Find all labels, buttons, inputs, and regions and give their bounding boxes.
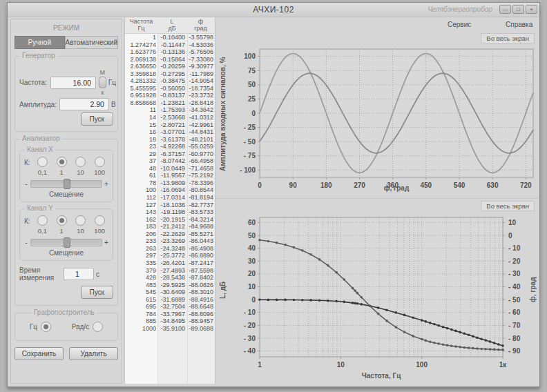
channel-x-gain-0.1-radio[interactable] [37,157,48,167]
svg-text:- 40: - 40 [508,283,521,291]
slider-thumb[interactable] [64,237,70,248]
amplitude-row: Амплитуда: В [19,98,113,110]
channel-x-gain-10-radio[interactable] [75,157,86,167]
table-row[interactable]: 297-25.3772-86.8890 [125,252,215,259]
table-row[interactable]: 206-22.2629-85.5271 [125,231,215,238]
menu-bar: Сервис Справка [215,17,538,31]
brand-text: Челябэнергоприбор [428,6,492,13]
table-row[interactable]: 233-23.3269-86.0443 [125,237,215,245]
plotter-hz-radio[interactable] [41,322,51,332]
table-row[interactable]: 1.274274-0.11447-4.53036 [125,41,215,49]
table-row[interactable]: 1-0.10400-3.55798 [125,34,215,41]
table-cell: -6.37157 [157,150,186,158]
generator-start-button[interactable]: Пуск [81,112,113,126]
channel-x-k-label: К: [24,159,30,166]
channel-x-gain-1-radio[interactable] [57,157,67,167]
delete-button[interactable]: Удалить [69,347,118,360]
table-row[interactable]: 61-11.9567-75.2192 [125,172,215,179]
table-row[interactable]: 2.069138-0.15864-7.33080 [125,56,215,63]
table-row[interactable]: 8.858668-1.23821-28.8418 [125,99,215,107]
channel-y-offset-slider[interactable] [30,239,102,246]
table-row[interactable]: 143-19.1198-83.5733 [125,208,215,216]
table-row[interactable]: 100-16.0694-80.8544 [125,186,215,194]
table-cell: -85.5271 [186,231,215,238]
table-row[interactable]: 127-18.1036-82.7737 [125,202,215,209]
table-cell: -25.3772 [157,252,186,259]
table-row[interactable]: 112-17.0314-81.8194 [125,194,215,202]
table-cell: -88.9457 [186,317,215,325]
table-row[interactable]: 183-21.2412-84.9688 [125,223,215,231]
slider-thumb[interactable] [64,179,70,189]
plotter-title: Графопостроитель [32,308,97,316]
table-row[interactable]: 6.951928-0.83137-23.3732 [125,92,215,99]
table-row[interactable]: 335-26.4201-87.2417 [125,259,215,267]
table-row[interactable]: 29-6.37157-60.9770 [125,150,215,158]
col-phase-header: фград [186,19,215,32]
channel-y-gain-0.1-radio[interactable] [37,215,48,226]
table-row[interactable]: 14-2.53668-41.0312 [125,114,215,121]
table-row[interactable]: 615-31.6889-88.4916 [125,296,215,304]
table-row[interactable]: 885-34.8495-88.9457 [125,317,215,325]
minimize-icon[interactable]: — [499,5,511,14]
table-cell: -0.13136 [157,48,186,56]
table-cell: -35.9100 [157,325,186,333]
maximize-icon[interactable]: □ [512,5,524,14]
mode-auto-button[interactable]: Автоматический [65,36,119,49]
table-row[interactable]: 5.455595-0.56050-18.7354 [125,85,215,92]
table-row[interactable]: 1000-35.9100-89.0688 [125,325,215,333]
channel-x-offset-slider[interactable] [30,180,102,188]
table-row[interactable]: 23-4.92268-55.0259 [125,143,215,150]
measure-time-input[interactable] [64,268,94,280]
analyzer-start-button[interactable]: Пуск [81,286,113,299]
save-button[interactable]: Сохранить [15,347,64,360]
menu-help[interactable]: Справка [506,21,532,28]
table-cell: 483 [125,282,157,289]
table-row[interactable]: 78-13.9809-78.3396 [125,179,215,187]
table-row[interactable]: 2.636650-0.20259-9.30977 [125,63,215,70]
table-row[interactable]: 784-33.7967-88.8096 [125,311,215,318]
table-row[interactable]: 428-28.5438-87.8402 [125,274,215,282]
table-row[interactable]: 3.359818-0.27295-11.7989 [125,70,215,78]
table-row[interactable]: 379-27.4893-87.5598 [125,267,215,275]
table-row[interactable]: 162-20.1915-84.3214 [125,216,215,224]
top-chart-y-label: Амплитуда входных сигналов, % [218,45,227,183]
table-row[interactable]: 263-24.3248-86.4908 [125,245,215,253]
channel-y-gain-10-radio[interactable] [75,215,86,226]
table-cell: -48.2101 [186,136,215,144]
app-window: АЧХИ-102 Челябэнергоприбор — □ × РЕЖИМ Р… [7,2,540,387]
channel-x-gain-100-radio[interactable] [95,157,105,167]
table-row[interactable]: 695-32.7504-88.6648 [125,303,215,311]
generator-group: Генератор Частота: М к Гц Амплитуда: В П… [15,56,118,132]
channel-y-gain-100-radio[interactable] [95,215,105,226]
menu-service[interactable]: Сервис [448,21,471,28]
table-row[interactable]: 37-8.07442-66.4958 [125,157,215,165]
table-row[interactable]: 18-3.61378-48.2101 [125,136,215,144]
table-cell: 5.455595 [125,85,157,92]
fullscreen-bode-chart-button[interactable]: Во весь экран [481,201,535,211]
table-row[interactable]: 11-1.75393-34.3642 [125,106,215,114]
table-cell: 428 [125,274,157,282]
table-row[interactable]: 483-29.5925-88.0826 [125,282,215,289]
table-row[interactable]: 545-30.6409-88.3010 [125,288,215,296]
amplitude-input[interactable] [59,98,109,110]
svg-text:10: 10 [248,283,256,291]
frequency-unit: Гц [108,79,116,86]
table-row[interactable]: 4.281332-0.38475-14.9054 [125,77,215,85]
gain-option-label: 0,1 [38,227,47,235]
channel-y-gain-1-radio[interactable] [57,215,67,226]
table-row[interactable]: 15-2.80721-42.9961 [125,121,215,129]
mode-manual-button[interactable]: Ручной [15,36,65,49]
multiplier-thumb[interactable] [99,77,106,88]
table-cell: -28.5438 [157,274,186,282]
table-cell: 335 [125,259,157,267]
fullscreen-top-chart-button[interactable]: Во весь экран [481,33,535,43]
mega-prefix-label: М [100,69,106,76]
frequency-input[interactable] [50,77,96,89]
frequency-multiplier-slider[interactable]: М к [99,69,106,96]
close-icon[interactable]: × [526,5,537,14]
plotter-rads-radio[interactable] [93,322,103,332]
table-row[interactable]: 16-3.07701-44.8431 [125,128,215,136]
table-row[interactable]: 48-10.0449-71.4658 [125,165,215,173]
table-row[interactable]: 1.623776-0.13136-5.76506 [125,48,215,56]
table-cell: -34.3642 [186,106,215,114]
